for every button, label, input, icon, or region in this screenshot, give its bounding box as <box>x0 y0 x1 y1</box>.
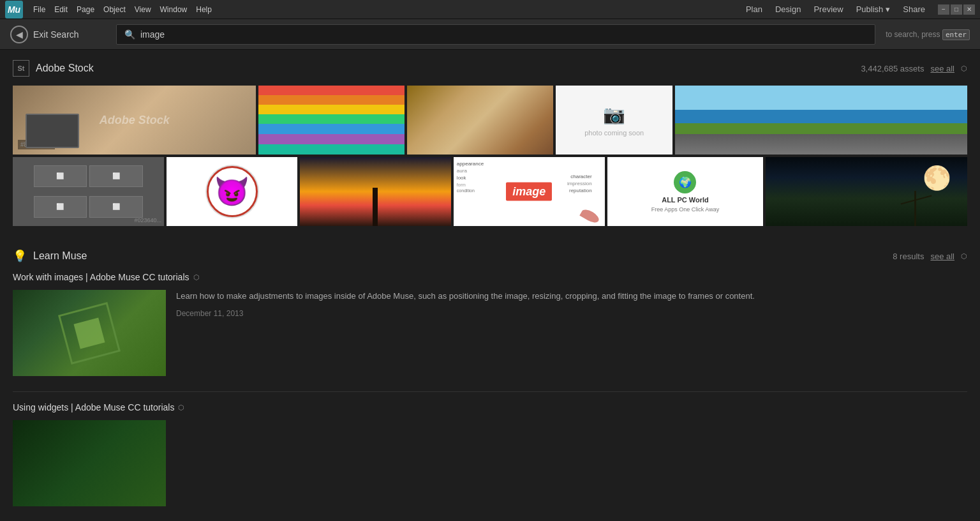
stock-image-colors[interactable] <box>258 86 405 155</box>
tutorial-1-title-text: Work with images | Adobe Muse CC tutoria… <box>13 272 189 282</box>
titlebar-left: Mu File Edit Page Object View Window Hel… <box>5 1 212 19</box>
minimize-button[interactable]: − <box>938 4 949 15</box>
menu-window[interactable]: Window <box>160 5 188 14</box>
menu-edit[interactable]: Edit <box>54 5 68 14</box>
no-img-1 <box>34 165 87 188</box>
tutorial-1-thumbnail[interactable] <box>13 290 166 376</box>
asset-count: 3,442,685 assets <box>861 64 924 73</box>
external-link-icon: ⬡ <box>961 64 967 73</box>
adobe-stock-title: St Adobe Stock <box>13 60 94 77</box>
stock-image-laptop[interactable]: #88015643 Adobe Stock <box>13 86 256 155</box>
search-input[interactable] <box>140 29 867 40</box>
tutorial-item-2: Using widgets | Adobe Muse CC tutorials … <box>13 402 967 506</box>
stock-image-baseball[interactable]: 😈 <box>167 157 297 226</box>
tutorial-2-title[interactable]: Using widgets | Adobe Muse CC tutorials … <box>13 402 967 412</box>
menu-object[interactable]: Object <box>103 5 126 14</box>
allpc-logo-icon: 🌍 <box>674 171 696 193</box>
stock-image-noimage[interactable]: #023640... <box>13 157 164 226</box>
external-link-learn-icon: ⬡ <box>961 252 967 260</box>
section-separator <box>13 229 967 244</box>
camera-icon: 📷 <box>603 104 625 125</box>
close-button[interactable]: ✕ <box>963 4 975 15</box>
stock-image-sunset[interactable] <box>300 157 451 226</box>
no-img-3 <box>34 196 87 218</box>
photo-coming-soon-text: photo coming soon <box>584 129 644 137</box>
tutorial-1-thumb-img <box>13 290 166 376</box>
search-hint: to search, press enter <box>886 30 970 39</box>
menu-bar: File Edit Page Object View Window Help <box>33 5 212 14</box>
stock-image-row-2: #023640... 😈 appearance aura look form c… <box>13 157 967 226</box>
adobe-stock-watermark: Adobe Stock <box>100 114 170 127</box>
learn-muse-name: Learn Muse <box>33 250 87 262</box>
stock-image-coming-soon[interactable]: 📷 photo coming soon <box>556 86 672 155</box>
moon-icon: 🌕 <box>923 165 951 192</box>
lightbulb-icon: 💡 <box>13 249 27 263</box>
learn-muse-title: 💡 Learn Muse <box>13 249 87 263</box>
tutorial-1-external-icon: ⬡ <box>193 273 200 282</box>
tutorial-divider <box>13 391 967 392</box>
stock-image-row-1: #88015643 Adobe Stock 📷 photo coming soo… <box>13 86 967 155</box>
enter-key: enter <box>942 29 970 40</box>
nav-plan[interactable]: Plan <box>746 4 762 14</box>
nav-design[interactable]: Design <box>775 4 801 14</box>
exit-search-label: Exit Search <box>33 29 79 40</box>
adobe-stock-name: Adobe Stock <box>36 63 94 74</box>
learn-muse-section-header: 💡 Learn Muse 8 results see all ⬡ <box>13 249 967 263</box>
search-bar: ◀ Exit Search 🔍 to search, press enter <box>0 19 980 50</box>
stock-image-moon[interactable]: 🌕 <box>766 157 967 226</box>
adobe-stock-section-header: St Adobe Stock 3,442,685 assets see all … <box>13 60 967 77</box>
titlebar-right: Plan Design Preview Publish ▾ Share − □ … <box>746 4 975 15</box>
menu-view[interactable]: View <box>135 5 151 14</box>
hint-text: to search, press <box>886 30 940 39</box>
exit-search[interactable]: ◀ Exit Search <box>10 26 106 43</box>
tutorial-1-title[interactable]: Work with images | Adobe Muse CC tutoria… <box>13 272 967 282</box>
adobe-stock-meta: 3,442,685 assets see all ⬡ <box>861 64 967 73</box>
menu-file[interactable]: File <box>33 5 45 14</box>
tutorial-1-text: Learn how to make adjustments to images … <box>176 290 967 318</box>
app-logo: Mu <box>5 1 23 19</box>
stock-image-allpc[interactable]: 🌍 ALL PC World Free Apps One Click Away <box>607 157 764 226</box>
stock-image-pottery[interactable] <box>407 86 553 155</box>
nav-preview[interactable]: Preview <box>813 4 843 14</box>
tutorial-2-thumbnail[interactable] <box>13 420 166 506</box>
publish-label: Publish <box>856 4 884 14</box>
photo-coming-soon-cell: 📷 photo coming soon <box>556 86 672 155</box>
menu-help[interactable]: Help <box>196 5 212 14</box>
allpc-title: ALL PC World <box>662 196 709 204</box>
back-icon: ◀ <box>10 26 28 43</box>
main-content: St Adobe Stock 3,442,685 assets see all … <box>0 50 980 521</box>
search-icon: 🔍 <box>124 29 135 40</box>
see-all-stock[interactable]: see all <box>930 64 954 73</box>
tutorial-1-date: December 11, 2013 <box>176 309 967 318</box>
tutorial-2-title-text: Using widgets | Adobe Muse CC tutorials <box>13 402 174 412</box>
publish-button[interactable]: Publish ▾ <box>856 4 891 14</box>
image-word-highlight: image <box>506 183 552 201</box>
stock-image-textword[interactable]: appearance aura look form condition char… <box>454 157 605 226</box>
adobe-stock-icon: St <box>13 60 29 77</box>
titlebar: Mu File Edit Page Object View Window Hel… <box>0 0 980 19</box>
baseball-face: 😈 <box>214 175 249 208</box>
maximize-button[interactable]: □ <box>951 4 962 15</box>
learn-muse-meta: 8 results see all ⬡ <box>893 252 967 261</box>
tutorial-2-external-icon: ⬡ <box>178 404 184 412</box>
tutorial-2-body <box>13 420 967 506</box>
results-count: 8 results <box>893 252 924 261</box>
search-input-wrap: 🔍 <box>116 24 875 45</box>
no-img-2 <box>89 165 143 188</box>
window-controls: − □ ✕ <box>938 4 975 15</box>
tutorial-2-text <box>176 420 967 427</box>
menu-page[interactable]: Page <box>77 5 94 14</box>
no-img-4 <box>89 196 143 218</box>
publish-dropdown-icon: ▾ <box>886 4 890 14</box>
tutorial-item-1: Work with images | Adobe Muse CC tutoria… <box>13 272 967 376</box>
nav-items: Plan Design Preview Publish ▾ Share <box>746 4 925 14</box>
tutorial-1-desc: Learn how to make adjustments to images … <box>176 290 967 303</box>
stock-image-city[interactable] <box>675 86 967 155</box>
allpc-subtitle: Free Apps One Click Away <box>651 206 719 213</box>
learn-muse-section: 💡 Learn Muse 8 results see all ⬡ Work wi… <box>13 249 967 506</box>
share-button[interactable]: Share <box>903 4 925 14</box>
tutorial-1-body: Learn how to make adjustments to images … <box>13 290 967 376</box>
see-all-learn[interactable]: see all <box>930 252 954 261</box>
